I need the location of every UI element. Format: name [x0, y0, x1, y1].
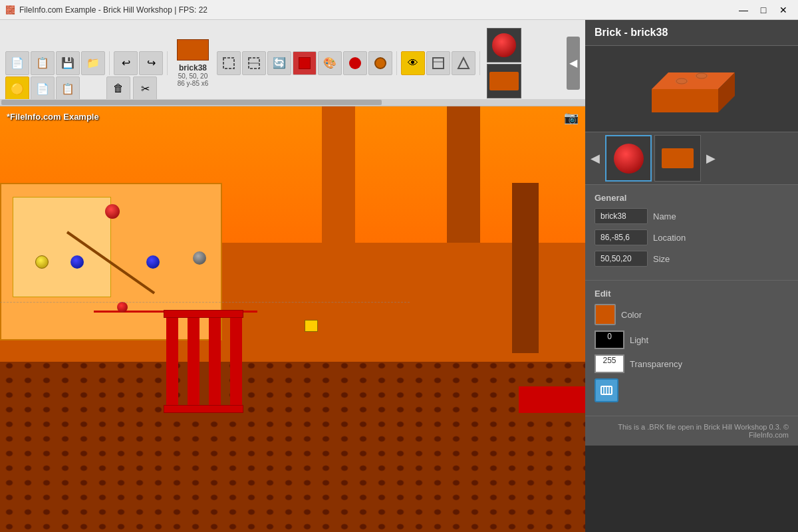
paint-button[interactable]: 🎨: [318, 51, 342, 75]
color-row: Color: [595, 304, 789, 325]
red-columns-container: [164, 310, 243, 413]
anchor-button[interactable]: [595, 378, 618, 402]
thumb-prev-arrow[interactable]: ◀: [588, 148, 602, 168]
right-panel: Brick - brick38 ◀: [585, 20, 798, 446]
toolbar-scrollbar[interactable]: [0, 99, 585, 106]
export-button[interactable]: [452, 51, 475, 75]
toolbar-side-arrow[interactable]: ◀: [567, 37, 580, 90]
location-value[interactable]: 86,-85,6: [595, 229, 648, 245]
svg-rect-3: [433, 58, 444, 68]
panel-footer: This is a .BRK file open in Brick Hill W…: [585, 416, 798, 446]
thumb-strip: ◀ ▶: [585, 132, 798, 185]
shape1-button[interactable]: [343, 51, 367, 75]
thumb-item-1[interactable]: [605, 135, 652, 182]
toolbar-file-section: 📄 📋 💾 📁: [5, 51, 110, 75]
toolbar-undoredo-section: ↩ ↪: [114, 51, 168, 75]
viewport-label: *FileInfo.com Example: [7, 112, 99, 122]
toolbar-edit-section: 👁: [401, 51, 480, 75]
location-label: Location: [653, 233, 686, 243]
light-input[interactable]: 0: [595, 331, 624, 349]
title-bar-left: 🧱 FileInfo.com Example - Brick Hill Work…: [5, 5, 207, 15]
toolbar-bottom-left: 🗑 ✂: [106, 76, 157, 100]
red-block-right: [519, 386, 585, 413]
window-title: FileInfo.com Example - Brick Hill Worksh…: [19, 5, 207, 15]
viewport[interactable]: *FileInfo.com Example 📷: [0, 106, 585, 532]
title-bar: 🧱 FileInfo.com Example - Brick Hill Work…: [0, 0, 798, 20]
select-drag-button[interactable]: [242, 51, 266, 75]
thumb-item-2[interactable]: [654, 135, 701, 182]
toolbar-right-section: [484, 28, 524, 98]
brick-coords-toolbar: 50, 50, 20: [178, 72, 207, 80]
right-pillar: [512, 183, 539, 353]
select-region-button[interactable]: [217, 51, 241, 75]
transparency-input[interactable]: 255: [595, 354, 624, 373]
brick-3d-svg: [638, 56, 745, 122]
col-bar-3: [209, 318, 221, 405]
transparency-row: 255 Transparency: [595, 354, 789, 373]
thumb-next-arrow[interactable]: ▶: [704, 148, 718, 168]
redo-button[interactable]: ↪: [139, 51, 163, 75]
anchor-row: [595, 378, 789, 402]
name-value[interactable]: brick38: [595, 208, 648, 224]
sphere-yellow: [35, 255, 49, 269]
general-section: General brick38 Name 86,-85,6 Location 5…: [585, 185, 798, 280]
brick-preview-mini: [177, 39, 209, 61]
brick-location-toolbar: 86 y-85 x6: [178, 80, 209, 87]
save-button[interactable]: 💾: [56, 51, 80, 75]
guide-line: [0, 302, 410, 303]
yellow-tool-button[interactable]: 🟡: [5, 76, 29, 100]
edit-section-label: Edit: [595, 289, 789, 299]
panel-title: Brick - brick38: [585, 20, 798, 46]
toolbar-scroll-thumb[interactable]: [1, 100, 382, 105]
camera-icon[interactable]: 📷: [564, 110, 579, 125]
brick-info: brick38 50, 50, 20 86 y-85 x6: [172, 39, 214, 87]
col-bar-4: [230, 318, 242, 405]
title-bar-buttons: — □ ✕: [734, 3, 793, 17]
open-button[interactable]: 📋: [31, 51, 55, 75]
color-swatch[interactable]: [595, 304, 616, 325]
color-label: Color: [621, 310, 642, 320]
col-bar-1: [166, 318, 178, 405]
shape2-button[interactable]: [368, 51, 392, 75]
app-icon: 🧱: [5, 5, 15, 15]
stamp-button[interactable]: [426, 51, 450, 75]
col-bottom-beam: [164, 405, 243, 413]
svg-marker-6: [652, 89, 718, 112]
new-button[interactable]: 📄: [5, 51, 29, 75]
undo-button[interactable]: ↩: [114, 51, 138, 75]
brick-preview-area: [585, 46, 798, 132]
sphere-blue-center: [146, 255, 160, 269]
saveas-button[interactable]: 📁: [81, 51, 105, 75]
col-top-beam: [164, 310, 243, 318]
general-section-label: General: [595, 193, 789, 203]
delete-button[interactable]: 🗑: [106, 76, 130, 100]
toolbar: 📄 📋 💾 📁 ↩ ↪ brick38 50, 50, 20 86 y-85 x…: [0, 20, 585, 106]
toolbar-bottom-tools: 🟡 📄 📋: [0, 76, 80, 100]
maximize-button[interactable]: □: [754, 3, 773, 17]
col-bar-2: [188, 318, 200, 405]
rotate-button[interactable]: 🔄: [267, 51, 291, 75]
paste-button[interactable]: 📋: [56, 76, 80, 100]
yellow-brick: [305, 320, 318, 332]
cut-button[interactable]: ✂: [133, 76, 157, 100]
size-row: 50,50,20 Size: [595, 251, 789, 267]
eye-button[interactable]: 👁: [401, 51, 425, 75]
toolbar-select-section: 🔄 🎨: [217, 51, 397, 75]
sphere-grey: [193, 251, 206, 265]
light-label: Light: [630, 335, 648, 345]
platform-inner: [13, 197, 112, 297]
brick-name-toolbar: brick38: [179, 63, 207, 72]
close-button[interactable]: ✕: [774, 3, 793, 17]
svg-marker-5: [458, 58, 469, 68]
thumb-selected[interactable]: [487, 28, 521, 63]
size-value[interactable]: 50,50,20: [595, 251, 648, 267]
copy-button[interactable]: 📄: [31, 76, 55, 100]
size-label: Size: [653, 254, 670, 264]
thumb-next[interactable]: [487, 64, 521, 98]
sphere-blue-left: [70, 255, 84, 269]
name-label: Name: [653, 211, 676, 221]
color-fill-button[interactable]: [293, 51, 317, 75]
transparency-label: Transparency: [630, 359, 682, 369]
minimize-button[interactable]: —: [734, 3, 753, 17]
location-row: 86,-85,6 Location: [595, 229, 789, 245]
